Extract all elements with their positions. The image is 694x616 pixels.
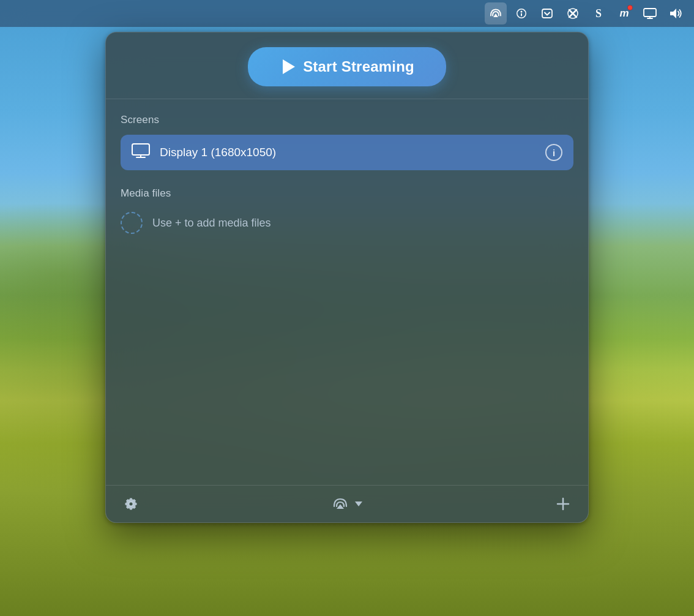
svg-marker-0 — [493, 13, 498, 17]
start-streaming-label: Start Streaming — [303, 58, 414, 75]
svg-rect-1 — [542, 9, 552, 18]
screens-section: Screens Display 1 (1680x1050) i — [121, 114, 573, 170]
svg-rect-5 — [132, 144, 149, 155]
airplay-icon — [332, 495, 349, 513]
chatgpt-menubar-icon[interactable] — [510, 2, 532, 24]
screens-section-label: Screens — [121, 114, 573, 126]
media-placeholder: Use + to add media files — [121, 208, 573, 238]
airplay-menubar-icon[interactable] — [485, 2, 507, 24]
svg-rect-3 — [644, 9, 656, 17]
svg-marker-6 — [337, 505, 344, 509]
svg-marker-4 — [670, 9, 676, 18]
monitor-icon — [132, 143, 150, 162]
media-section: Media files Use + to add media files — [121, 187, 573, 238]
play-triangle — [283, 59, 295, 74]
start-streaming-button[interactable]: Start Streaming — [248, 47, 446, 86]
settings-button[interactable] — [123, 496, 139, 512]
notification-badge — [627, 5, 633, 10]
balsamiq-menubar-icon[interactable] — [562, 2, 584, 24]
display-menubar-icon[interactable] — [639, 2, 661, 24]
panel-footer — [106, 485, 588, 522]
panel-header: Start Streaming — [106, 32, 588, 99]
sketchbook-menubar-icon[interactable]: S — [588, 2, 610, 24]
pocket-menubar-icon[interactable] — [536, 2, 558, 24]
volume-menubar-icon[interactable] — [665, 2, 687, 24]
footer-center[interactable] — [332, 495, 362, 513]
menubar: S m — [0, 0, 694, 27]
mimestream-menubar-icon[interactable]: m — [613, 2, 635, 24]
add-button[interactable] — [555, 496, 571, 512]
panel-body: Screens Display 1 (1680x1050) i Media fi… — [106, 99, 588, 470]
display-item[interactable]: Display 1 (1680x1050) i — [121, 135, 573, 170]
display-info-button[interactable]: i — [545, 144, 562, 161]
media-placeholder-circle — [121, 212, 143, 234]
media-hint-text: Use + to add media files — [152, 217, 271, 230]
play-icon — [280, 59, 296, 75]
streaming-panel: Start Streaming Screens Display 1 (1680x… — [105, 32, 589, 523]
media-section-label: Media files — [121, 187, 573, 200]
display-item-label: Display 1 (1680x1050) — [160, 146, 535, 159]
chevron-down-icon — [355, 501, 362, 506]
panel-content-area — [121, 238, 573, 470]
